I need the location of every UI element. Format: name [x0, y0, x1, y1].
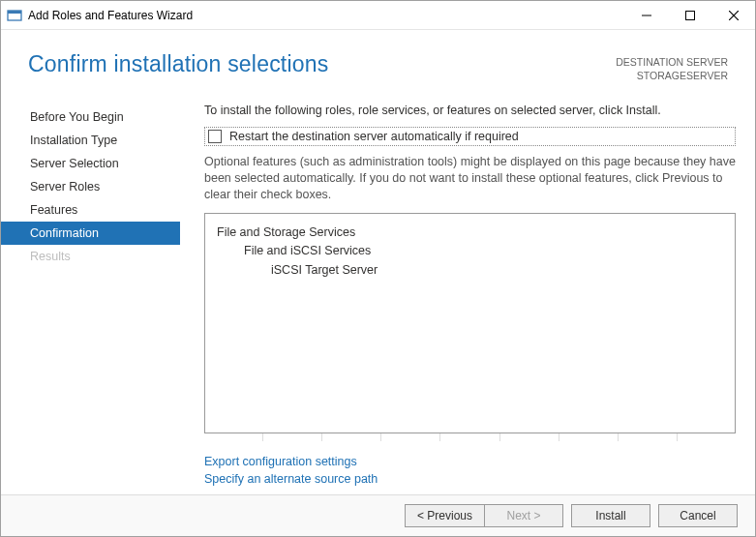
step-confirmation[interactable]: Confirmation [1, 222, 180, 245]
optional-features-text: Optional features (such as administratio… [204, 154, 736, 203]
restart-checkbox[interactable] [208, 130, 222, 143]
restart-checkbox-row[interactable]: Restart the destination server automatic… [204, 127, 736, 146]
alt-source-link[interactable]: Specify an alternate source path [204, 470, 736, 489]
window-controls [624, 1, 755, 29]
box-footer-ticks [204, 433, 736, 441]
step-features[interactable]: Features [1, 198, 180, 222]
titlebar: Add Roles and Features Wizard [1, 1, 755, 30]
destination-label: DESTINATION SERVER [616, 55, 728, 69]
step-server-selection[interactable]: Server Selection [1, 152, 180, 175]
selected-features-list: File and Storage Services File and iSCSI… [204, 213, 736, 433]
maximize-button[interactable] [668, 1, 711, 29]
next-button: Next > [484, 504, 563, 527]
step-server-roles[interactable]: Server Roles [1, 175, 180, 198]
install-button[interactable]: Install [571, 504, 650, 527]
app-icon [7, 8, 22, 23]
window-title: Add Roles and Features Wizard [28, 9, 193, 22]
main-panel: To install the following roles, role ser… [180, 100, 736, 494]
svg-rect-1 [8, 11, 21, 14]
svg-rect-3 [685, 11, 694, 19]
action-links: Export configuration settings Specify an… [204, 441, 736, 495]
step-before-you-begin[interactable]: Before You Begin [1, 105, 180, 129]
cancel-button[interactable]: Cancel [658, 504, 738, 527]
export-config-link[interactable]: Export configuration settings [204, 453, 736, 471]
close-button[interactable] [711, 1, 755, 29]
nav-button-group: < Previous Next > [405, 504, 563, 527]
previous-button[interactable]: < Previous [405, 504, 484, 527]
restart-checkbox-label: Restart the destination server automatic… [229, 130, 519, 143]
page-title: Confirm installation selections [28, 51, 328, 77]
page-header: Confirm installation selections DESTINAT… [1, 30, 755, 92]
step-results: Results [1, 245, 180, 268]
destination-server: STORAGESERVER [616, 69, 728, 82]
intro-text: To install the following roles, role ser… [204, 104, 736, 117]
feature-item: iSCSI Target Server [271, 261, 723, 280]
wizard-steps-sidebar: Before You Begin Installation Type Serve… [1, 100, 180, 494]
feature-item: File and iSCSI Services [244, 242, 723, 260]
wizard-footer: < Previous Next > Install Cancel [1, 494, 755, 536]
feature-item: File and Storage Services [217, 224, 723, 242]
step-installation-type[interactable]: Installation Type [1, 129, 180, 152]
minimize-button[interactable] [624, 1, 668, 29]
destination-info: DESTINATION SERVER STORAGESERVER [616, 51, 728, 82]
